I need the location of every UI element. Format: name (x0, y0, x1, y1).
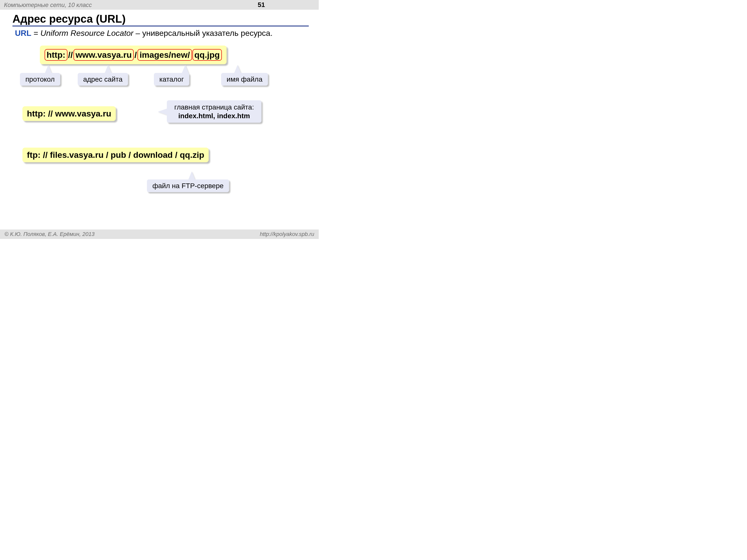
pointer-icon (234, 65, 241, 74)
index-note-line1: главная страница сайта: (174, 103, 254, 111)
label-site: адрес сайта (78, 73, 128, 86)
footer-bar: © К.Ю. Поляков, Е.А. Ерёмин, 2013 http:/… (0, 230, 319, 239)
pointer-icon (45, 65, 52, 74)
url-seg-protocol: http: (45, 49, 68, 61)
pointer-icon (182, 65, 189, 74)
page-number: 51 (258, 1, 315, 9)
label-filename: имя файла (221, 73, 268, 86)
definition-text: URL = Uniform Resource Locator – универс… (15, 28, 276, 38)
example-http-box: http: // www.vasya.ru (22, 106, 116, 121)
course-label: Компьютерные сети, 10 класс (4, 1, 92, 8)
url-seg-path: images/new/ (137, 49, 192, 61)
def-eq: = (31, 29, 40, 37)
ftp-note-box: файл на FTP-сервере (147, 180, 229, 192)
url-abbr: URL (15, 29, 31, 37)
label-catalog: каталог (154, 73, 189, 86)
header-bar: Компьютерные сети, 10 класс 51 (0, 0, 319, 10)
example-ftp-box: ftp: // files.vasya.ru / pub / download … (22, 148, 209, 162)
slide-title: Адрес ресурса (URL) (12, 13, 309, 26)
pointer-icon (158, 108, 168, 115)
index-note-line2: index.html, index.htm (178, 112, 250, 120)
url-seg-host: www.vasya.ru (74, 49, 134, 61)
url-seg-file: qq.jpg (192, 49, 222, 61)
pointer-icon (188, 171, 195, 180)
url-seg-slash: / (134, 50, 137, 59)
pointer-icon (105, 65, 111, 74)
diagram-stage: http://www.vasya.ru/images/new/qq.jpg пр… (12, 44, 309, 225)
footer-copyright: © К.Ю. Поляков, Е.А. Ерёмин, 2013 (4, 231, 95, 237)
label-protocol: протокол (20, 73, 60, 86)
url-breakdown-box: http://www.vasya.ru/images/new/qq.jpg (40, 46, 227, 64)
index-note-box: главная страница сайта: index.html, inde… (167, 100, 261, 123)
footer-url: http://kpolyakov.spb.ru (260, 231, 314, 237)
url-seg-slashes: // (68, 50, 73, 59)
def-tail: – универсальный указатель ресурса. (133, 29, 273, 37)
url-expansion: Uniform Resource Locator (40, 29, 133, 37)
